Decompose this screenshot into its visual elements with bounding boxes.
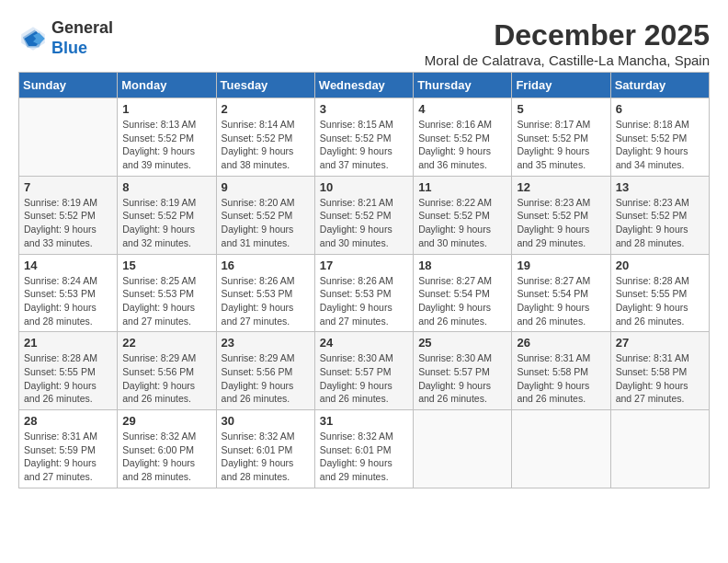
title-area: December 2025 Moral de Calatrava, Castil… (425, 18, 710, 68)
cell-content: Sunrise: 8:30 AM Sunset: 5:57 PM Dayligh… (320, 351, 408, 406)
day-number: 15 (122, 259, 210, 272)
month-title: December 2025 (425, 18, 710, 52)
calendar-cell: 5Sunrise: 8:17 AM Sunset: 5:52 PM Daylig… (512, 98, 610, 177)
header: General Blue December 2025 Moral de Cala… (18, 18, 710, 68)
day-number: 28 (24, 414, 112, 428)
cell-content: Sunrise: 8:29 AM Sunset: 5:56 PM Dayligh… (222, 351, 310, 406)
calendar-header: SundayMondayTuesdayWednesdayThursdayFrid… (19, 73, 710, 98)
header-day-thursday: Thursday (414, 73, 512, 98)
calendar-cell: 3Sunrise: 8:15 AM Sunset: 5:52 PM Daylig… (314, 98, 413, 177)
calendar-cell (512, 410, 610, 488)
day-number: 3 (320, 102, 408, 116)
day-number: 24 (320, 336, 408, 350)
day-number: 11 (418, 180, 506, 194)
calendar-cell: 17Sunrise: 8:26 AM Sunset: 5:53 PM Dayli… (314, 254, 413, 332)
calendar-cell (19, 98, 118, 177)
logo-icon (18, 24, 48, 53)
cell-content: Sunrise: 8:25 AM Sunset: 5:53 PM Dayligh… (122, 274, 210, 328)
day-number: 27 (616, 336, 704, 350)
logo-text-line2: Blue (51, 39, 113, 59)
logo-text-line1: General (51, 18, 113, 39)
calendar-cell (414, 410, 512, 488)
day-number: 19 (517, 259, 605, 272)
cell-content: Sunrise: 8:27 AM Sunset: 5:54 PM Dayligh… (517, 274, 605, 328)
cell-content: Sunrise: 8:27 AM Sunset: 5:54 PM Dayligh… (418, 274, 506, 328)
day-number: 7 (24, 180, 112, 194)
calendar-cell: 15Sunrise: 8:25 AM Sunset: 5:53 PM Dayli… (118, 254, 216, 332)
calendar-cell: 28Sunrise: 8:31 AM Sunset: 5:59 PM Dayli… (19, 410, 118, 488)
cell-content: Sunrise: 8:16 AM Sunset: 5:52 PM Dayligh… (418, 118, 506, 172)
day-number: 5 (517, 102, 605, 116)
calendar-cell (610, 410, 709, 488)
location-title: Moral de Calatrava, Castille-La Mancha, … (425, 52, 710, 68)
cell-content: Sunrise: 8:20 AM Sunset: 5:52 PM Dayligh… (222, 196, 310, 250)
header-day-tuesday: Tuesday (216, 73, 314, 98)
cell-content: Sunrise: 8:31 AM Sunset: 5:59 PM Dayligh… (24, 430, 112, 484)
calendar-cell: 9Sunrise: 8:20 AM Sunset: 5:52 PM Daylig… (216, 176, 314, 254)
calendar-week-1: 1Sunrise: 8:13 AM Sunset: 5:52 PM Daylig… (19, 98, 710, 177)
calendar-cell: 14Sunrise: 8:24 AM Sunset: 5:53 PM Dayli… (19, 254, 118, 332)
day-number: 10 (320, 180, 408, 194)
cell-content: Sunrise: 8:28 AM Sunset: 5:55 PM Dayligh… (616, 274, 704, 328)
calendar-cell: 8Sunrise: 8:19 AM Sunset: 5:52 PM Daylig… (118, 176, 216, 254)
day-number: 16 (222, 259, 310, 272)
day-number: 1 (122, 102, 210, 116)
calendar-week-5: 28Sunrise: 8:31 AM Sunset: 5:59 PM Dayli… (19, 410, 710, 488)
header-day-wednesday: Wednesday (314, 73, 413, 98)
calendar-cell: 13Sunrise: 8:23 AM Sunset: 5:52 PM Dayli… (610, 176, 709, 254)
calendar-cell: 27Sunrise: 8:31 AM Sunset: 5:58 PM Dayli… (610, 332, 709, 410)
header-day-friday: Friday (512, 73, 610, 98)
calendar-week-4: 21Sunrise: 8:28 AM Sunset: 5:55 PM Dayli… (19, 332, 710, 410)
day-number: 2 (222, 102, 310, 116)
calendar-cell: 16Sunrise: 8:26 AM Sunset: 5:53 PM Dayli… (216, 254, 314, 332)
day-number: 21 (24, 336, 112, 350)
day-number: 22 (122, 336, 210, 350)
cell-content: Sunrise: 8:26 AM Sunset: 5:53 PM Dayligh… (222, 274, 310, 328)
cell-content: Sunrise: 8:31 AM Sunset: 5:58 PM Dayligh… (517, 351, 605, 406)
calendar-cell: 25Sunrise: 8:30 AM Sunset: 5:57 PM Dayli… (414, 332, 512, 410)
cell-content: Sunrise: 8:29 AM Sunset: 5:56 PM Dayligh… (122, 351, 210, 406)
calendar-week-3: 14Sunrise: 8:24 AM Sunset: 5:53 PM Dayli… (19, 254, 710, 332)
calendar-cell: 30Sunrise: 8:32 AM Sunset: 6:01 PM Dayli… (216, 410, 314, 488)
header-day-saturday: Saturday (610, 73, 709, 98)
day-number: 14 (24, 259, 112, 272)
cell-content: Sunrise: 8:18 AM Sunset: 5:52 PM Dayligh… (616, 118, 704, 172)
day-number: 26 (517, 336, 605, 350)
calendar-cell: 21Sunrise: 8:28 AM Sunset: 5:55 PM Dayli… (19, 332, 118, 410)
day-number: 8 (122, 180, 210, 194)
calendar-table: SundayMondayTuesdayWednesdayThursdayFrid… (18, 72, 710, 488)
day-number: 18 (418, 259, 506, 272)
cell-content: Sunrise: 8:22 AM Sunset: 5:52 PM Dayligh… (418, 196, 506, 250)
cell-content: Sunrise: 8:23 AM Sunset: 5:52 PM Dayligh… (616, 196, 704, 250)
calendar-cell: 6Sunrise: 8:18 AM Sunset: 5:52 PM Daylig… (610, 98, 709, 177)
calendar-cell: 7Sunrise: 8:19 AM Sunset: 5:52 PM Daylig… (19, 176, 118, 254)
header-day-monday: Monday (118, 73, 216, 98)
logo: General Blue (18, 18, 113, 58)
day-number: 17 (320, 259, 408, 272)
cell-content: Sunrise: 8:21 AM Sunset: 5:52 PM Dayligh… (320, 196, 408, 250)
cell-content: Sunrise: 8:28 AM Sunset: 5:55 PM Dayligh… (24, 351, 112, 406)
cell-content: Sunrise: 8:19 AM Sunset: 5:52 PM Dayligh… (122, 196, 210, 250)
calendar-cell: 1Sunrise: 8:13 AM Sunset: 5:52 PM Daylig… (118, 98, 216, 177)
cell-content: Sunrise: 8:32 AM Sunset: 6:00 PM Dayligh… (122, 430, 210, 484)
calendar-cell: 31Sunrise: 8:32 AM Sunset: 6:01 PM Dayli… (314, 410, 413, 488)
day-number: 9 (222, 180, 310, 194)
calendar-cell: 23Sunrise: 8:29 AM Sunset: 5:56 PM Dayli… (216, 332, 314, 410)
calendar-cell: 29Sunrise: 8:32 AM Sunset: 6:00 PM Dayli… (118, 410, 216, 488)
calendar-cell: 18Sunrise: 8:27 AM Sunset: 5:54 PM Dayli… (414, 254, 512, 332)
day-number: 20 (616, 259, 704, 272)
day-number: 25 (418, 336, 506, 350)
cell-content: Sunrise: 8:31 AM Sunset: 5:58 PM Dayligh… (616, 351, 704, 406)
day-number: 4 (418, 102, 506, 116)
day-number: 12 (517, 180, 605, 194)
calendar-cell: 19Sunrise: 8:27 AM Sunset: 5:54 PM Dayli… (512, 254, 610, 332)
cell-content: Sunrise: 8:19 AM Sunset: 5:52 PM Dayligh… (24, 196, 112, 250)
cell-content: Sunrise: 8:23 AM Sunset: 5:52 PM Dayligh… (517, 196, 605, 250)
calendar-week-2: 7Sunrise: 8:19 AM Sunset: 5:52 PM Daylig… (19, 176, 710, 254)
calendar-cell: 20Sunrise: 8:28 AM Sunset: 5:55 PM Dayli… (610, 254, 709, 332)
calendar-cell: 24Sunrise: 8:30 AM Sunset: 5:57 PM Dayli… (314, 332, 413, 410)
cell-content: Sunrise: 8:24 AM Sunset: 5:53 PM Dayligh… (24, 274, 112, 328)
cell-content: Sunrise: 8:26 AM Sunset: 5:53 PM Dayligh… (320, 274, 408, 328)
calendar-cell: 10Sunrise: 8:21 AM Sunset: 5:52 PM Dayli… (314, 176, 413, 254)
calendar-cell: 22Sunrise: 8:29 AM Sunset: 5:56 PM Dayli… (118, 332, 216, 410)
